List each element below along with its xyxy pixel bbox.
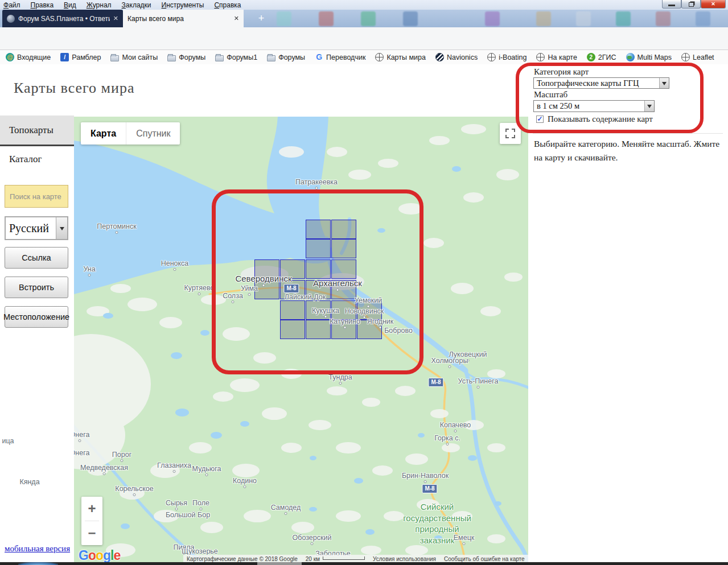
bookmark-item[interactable]: Leaflet bbox=[681, 53, 714, 61]
zoom-in-button[interactable]: + bbox=[81, 497, 102, 521]
menu-item-1[interactable]: Файл bbox=[3, 1, 20, 9]
map-dot bbox=[285, 512, 287, 515]
map-dot bbox=[244, 485, 246, 488]
report-error-link[interactable]: Сообщить об ошибке на карте bbox=[444, 556, 525, 562]
map-tile[interactable] bbox=[306, 220, 331, 239]
bookmark-item[interactable]: Multi Maps bbox=[626, 53, 672, 61]
menu-item-5[interactable]: Закладки bbox=[122, 1, 151, 9]
scale-select[interactable]: в 1 см 250 м bbox=[533, 100, 655, 112]
map-dot bbox=[116, 231, 118, 234]
bookmark-item[interactable]: Форумы bbox=[267, 53, 305, 61]
bookmark-label: Рамблер bbox=[72, 53, 101, 61]
sidebar-tab-2[interactable]: Каталог bbox=[0, 148, 74, 171]
browser-tab-2[interactable]: Карты всего мира✕ bbox=[123, 10, 244, 27]
navionics-icon bbox=[435, 53, 444, 61]
mobile-version-link[interactable]: мобильная версия bbox=[5, 544, 70, 554]
bookmark-item[interactable]: Форумы bbox=[167, 53, 205, 61]
fullscreen-button[interactable] bbox=[500, 123, 521, 144]
tab-close-icon[interactable]: ✕ bbox=[113, 15, 118, 22]
start-orb-icon[interactable] bbox=[18, 562, 58, 565]
menu-item-7[interactable]: Справка bbox=[214, 1, 241, 9]
window-close-button[interactable]: ✕ bbox=[701, 0, 726, 9]
bookmark-item[interactable]: @Входящие bbox=[6, 53, 51, 61]
chevron-down-icon[interactable] bbox=[644, 101, 654, 112]
bookmark-label: Входящие bbox=[17, 53, 51, 61]
sidebar-button-1[interactable]: Ссылка bbox=[5, 247, 68, 269]
map-label: Горка с. bbox=[434, 434, 460, 442]
globe-icon bbox=[681, 53, 690, 61]
window-restore-button[interactable] bbox=[681, 0, 701, 9]
bookmark-item[interactable]: На карте bbox=[536, 53, 577, 61]
chevron-down-icon[interactable] bbox=[659, 78, 669, 88]
new-tab-button[interactable]: + bbox=[254, 12, 269, 26]
bookmark-item[interactable]: Мои сайты bbox=[110, 53, 158, 61]
map-label: Пертоминск bbox=[97, 222, 136, 230]
sidebar-button-3[interactable]: Местоположение bbox=[5, 306, 68, 328]
browser-tab-1[interactable]: Форум SAS.Планета • Ответит✕ bbox=[2, 10, 123, 27]
desktop-icon bbox=[485, 11, 500, 26]
map-label: Корельское bbox=[115, 485, 153, 493]
map-dot bbox=[88, 274, 91, 277]
window-minimize-button[interactable] bbox=[662, 0, 681, 9]
map-search-input[interactable] bbox=[5, 185, 68, 208]
road-badge-m8: М-8 bbox=[428, 378, 443, 387]
bookmark-label: Multi Maps bbox=[637, 53, 672, 61]
map-type-1[interactable]: Карта bbox=[81, 122, 126, 145]
map-canvas[interactable]: ПатракеевкаПертоминскНеноксаУнаКуртяевоС… bbox=[74, 117, 528, 565]
chevron-down-icon[interactable] bbox=[56, 217, 67, 239]
bookmark-item[interactable]: i-Boating bbox=[487, 53, 527, 61]
map-label: Медведевская bbox=[80, 464, 128, 472]
bookmark-item[interactable]: Форумы1 bbox=[215, 53, 257, 61]
bookmark-item[interactable]: 22ГИС bbox=[587, 53, 616, 61]
bookmark-item[interactable]: Navionics bbox=[435, 53, 478, 61]
google-logo-letter: g bbox=[103, 548, 110, 563]
menu-item-3[interactable]: Вид bbox=[64, 1, 76, 9]
map-tile[interactable] bbox=[306, 320, 331, 339]
map-tile[interactable] bbox=[331, 259, 356, 279]
terms-link[interactable]: Условия использования bbox=[373, 556, 436, 562]
checkbox-checked-icon[interactable]: ✓ bbox=[536, 116, 544, 123]
google-logo[interactable]: Google bbox=[79, 548, 120, 563]
category-value: Топографические карты ГГЦ bbox=[534, 79, 659, 88]
tab-close-icon[interactable]: ✕ bbox=[234, 15, 239, 22]
map-dot bbox=[174, 268, 176, 271]
folder-icon bbox=[167, 55, 176, 61]
zoom-out-button[interactable]: − bbox=[81, 521, 102, 545]
google-logo-letter: o bbox=[88, 548, 96, 563]
category-select[interactable]: Топографические карты ГГЦ bbox=[533, 77, 669, 89]
desktop-icon bbox=[536, 11, 551, 26]
map-tile[interactable] bbox=[331, 220, 356, 239]
bookmark-label: Navionics bbox=[447, 53, 478, 61]
bookmark-item[interactable]: Карты мира bbox=[375, 53, 426, 61]
sidebar-button-2[interactable]: Встроить bbox=[5, 277, 68, 298]
map-dot bbox=[198, 292, 201, 295]
sidebar-tab-1[interactable]: Топокарты bbox=[0, 116, 74, 146]
bookmark-label: i-Boating bbox=[499, 53, 527, 61]
map-tile[interactable] bbox=[280, 300, 305, 320]
map-label: Порог bbox=[112, 451, 131, 459]
map-label: Катунино bbox=[330, 317, 360, 325]
desktop-icon bbox=[319, 11, 334, 26]
bookmark-label: Форумы bbox=[278, 53, 305, 61]
panel-help-text: Выбирайте категорию. Меняйте масштаб. Жм… bbox=[534, 137, 723, 164]
desktop-icon bbox=[616, 11, 631, 26]
map-dot bbox=[477, 386, 480, 389]
menu-item-2[interactable]: Правка bbox=[31, 1, 54, 9]
map-type-2[interactable]: Спутник bbox=[126, 122, 180, 145]
map-dot bbox=[363, 316, 366, 319]
map-tile[interactable] bbox=[306, 239, 331, 258]
map-copyright: Картографические данные © 2018 Google bbox=[187, 556, 298, 562]
taskbar-item[interactable] bbox=[257, 562, 302, 565]
map-tile[interactable] bbox=[331, 239, 356, 258]
menu-item-4[interactable]: Журнал bbox=[87, 1, 112, 9]
globe-icon bbox=[375, 53, 384, 61]
map-label: Ненокса bbox=[161, 259, 189, 267]
menu-item-6[interactable]: Инструменты bbox=[162, 1, 204, 9]
bookmark-item[interactable]: /Рамблер bbox=[60, 53, 101, 61]
language-value: Русский bbox=[6, 222, 56, 235]
map-tile[interactable] bbox=[306, 259, 331, 279]
bookmark-item[interactable]: GПереводчик bbox=[315, 53, 365, 61]
language-select[interactable]: Русский bbox=[5, 216, 68, 240]
map-tile[interactable] bbox=[280, 320, 305, 339]
show-content-checkbox-row: ✓ Показывать содержание карт bbox=[536, 114, 653, 124]
